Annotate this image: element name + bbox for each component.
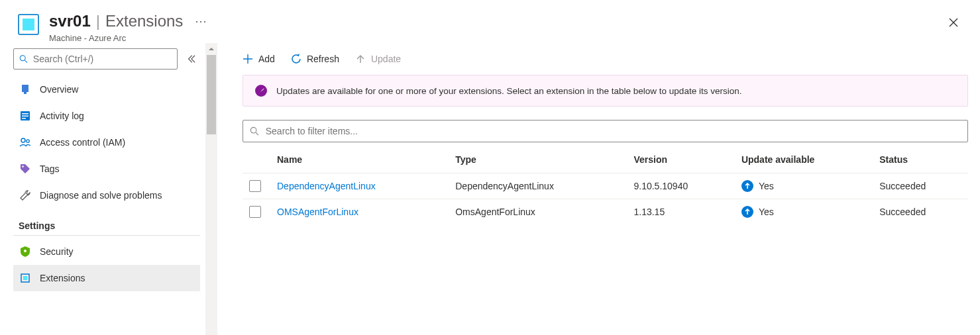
- sidebar-item-label: Diagnose and solve problems: [40, 190, 162, 201]
- sidebar-group-settings: Settings: [13, 209, 200, 236]
- extension-icon: [19, 271, 32, 285]
- cell-type: OmsAgentForLinux: [449, 199, 627, 225]
- collapse-sidebar-button[interactable]: [182, 54, 200, 64]
- cell-update: Yes: [735, 199, 873, 225]
- svg-point-10: [21, 138, 25, 142]
- svg-rect-7: [22, 113, 28, 115]
- wrench-icon: [19, 189, 32, 202]
- sidebar-item-tags[interactable]: Tags: [13, 156, 200, 182]
- col-type[interactable]: Type: [449, 146, 627, 173]
- svg-rect-9: [22, 118, 26, 119]
- filter-input[interactable]: [243, 120, 968, 142]
- update-available-icon: [741, 206, 753, 218]
- cell-type: DependencyAgentLinux: [449, 173, 627, 199]
- resource-name: svr01: [49, 12, 91, 30]
- sidebar-scrollbar[interactable]: [205, 43, 217, 335]
- svg-line-3: [25, 60, 27, 63]
- svg-rect-8: [22, 116, 28, 117]
- svg-point-11: [27, 140, 29, 142]
- tag-icon: [19, 162, 32, 175]
- add-button[interactable]: Add: [243, 54, 275, 64]
- cell-status: Succeeded: [873, 199, 968, 225]
- resource-type-label: Machine - Azure Arc: [49, 33, 943, 43]
- shield-icon: [19, 245, 32, 258]
- update-available-icon: [741, 180, 753, 192]
- activity-log-icon: [19, 109, 32, 122]
- row-checkbox[interactable]: [249, 206, 261, 218]
- col-status[interactable]: Status: [873, 146, 968, 173]
- svg-point-2: [20, 56, 25, 61]
- sidebar-item-overview[interactable]: Overview: [13, 76, 200, 103]
- col-version[interactable]: Version: [627, 146, 734, 173]
- update-button: Update: [355, 54, 401, 64]
- cell-version: 1.13.15: [627, 199, 734, 225]
- col-update[interactable]: Update available: [735, 146, 873, 173]
- table-row[interactable]: OMSAgentForLinux OmsAgentForLinux 1.13.1…: [243, 199, 968, 225]
- sidebar-item-label: Tags: [40, 164, 60, 174]
- blade-title: Extensions: [105, 12, 183, 30]
- plus-icon: [243, 54, 253, 64]
- people-icon: [19, 136, 32, 149]
- sidebar-item-label: Extensions: [40, 273, 85, 283]
- scrollbar-thumb[interactable]: [207, 55, 216, 134]
- scroll-up-icon[interactable]: [205, 43, 217, 55]
- sidebar-item-label: Overview: [40, 84, 78, 95]
- cell-update: Yes: [735, 173, 873, 199]
- extensions-table: Name Type Version Update available Statu…: [243, 146, 968, 224]
- sidebar-item-diagnose[interactable]: Diagnose and solve problems: [13, 182, 200, 209]
- sidebar-item-extensions[interactable]: Extensions: [13, 265, 200, 291]
- sidebar-item-activity-log[interactable]: Activity log: [13, 103, 200, 129]
- row-checkbox[interactable]: [249, 180, 261, 192]
- svg-line-17: [256, 132, 258, 135]
- sidebar-search-input[interactable]: [13, 48, 178, 70]
- svg-rect-15: [23, 276, 27, 280]
- svg-point-13: [24, 250, 27, 252]
- sidebar-item-label: Activity log: [40, 111, 84, 121]
- overview-icon: [19, 83, 32, 96]
- col-name[interactable]: Name: [270, 146, 449, 173]
- svg-rect-1: [23, 19, 34, 30]
- sidebar-item-security[interactable]: Security: [13, 238, 200, 265]
- sidebar-item-iam[interactable]: Access control (IAM): [13, 129, 200, 156]
- svg-point-16: [250, 127, 256, 133]
- svg-rect-4: [22, 85, 28, 92]
- sidebar-item-label: Security: [40, 246, 74, 257]
- cell-status: Succeeded: [873, 173, 968, 199]
- extension-link[interactable]: DependencyAgentLinux: [277, 181, 376, 191]
- table-row[interactable]: DependencyAgentLinux DependencyAgentLinu…: [243, 173, 968, 199]
- upload-icon: [355, 54, 366, 64]
- cell-version: 9.10.5.10940: [627, 173, 734, 199]
- extension-link[interactable]: OMSAgentForLinux: [277, 207, 358, 217]
- banner-text: Updates are available for one or more of…: [276, 86, 741, 96]
- more-actions-button[interactable]: ···: [195, 15, 207, 28]
- svg-point-12: [22, 166, 24, 168]
- rocket-icon: [255, 85, 267, 97]
- sidebar-item-label: Access control (IAM): [40, 137, 125, 148]
- refresh-button[interactable]: Refresh: [291, 54, 339, 64]
- svg-rect-5: [24, 92, 27, 94]
- info-banner: Updates are available for one or more of…: [243, 75, 968, 107]
- arc-machine-icon: [16, 12, 41, 37]
- close-button[interactable]: [943, 12, 964, 33]
- refresh-icon: [291, 54, 301, 64]
